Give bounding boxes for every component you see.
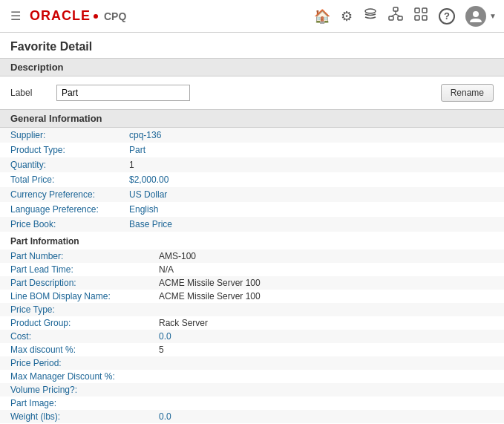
svg-point-0 <box>365 9 376 13</box>
part-field-label: Volume Pricing?: <box>0 383 148 397</box>
part-field-label: Price Type: <box>0 303 148 316</box>
table-row: Currency Preference:US Dollar <box>0 187 504 202</box>
part-field-value: N/A <box>148 263 504 276</box>
user-menu[interactable]: ▼ <box>465 6 497 27</box>
part-field-value: 5 <box>148 343 504 356</box>
table-row: Part Description:ACME Missile Server 100 <box>0 276 504 290</box>
part-field-value: Rack Server <box>148 316 504 330</box>
cpq-logo-text: CPQ <box>104 10 126 22</box>
field-value: Base Price <box>119 217 504 232</box>
table-row: Max discount %:5 <box>0 343 504 356</box>
table-row: Part Image: <box>0 397 504 410</box>
field-label: Supplier: <box>0 128 119 143</box>
part-info-table: Part Number:AMS-100Part Lead Time:N/APar… <box>0 249 504 423</box>
part-field-value <box>148 397 504 410</box>
general-info-table: Supplier:cpq-136Product Type:PartQuantit… <box>0 128 504 232</box>
general-info-section-header: General Information <box>0 109 504 128</box>
table-row: Language Preference:English <box>0 202 504 217</box>
table-row: Weight (lbs):0.0 <box>0 410 504 423</box>
part-field-value <box>148 356 504 370</box>
svg-rect-8 <box>422 8 427 13</box>
part-field-label: Price Period: <box>0 356 148 370</box>
network-icon[interactable] <box>388 7 403 25</box>
table-row: Product Group:Rack Server <box>0 316 504 330</box>
svg-rect-9 <box>415 16 419 20</box>
layers-icon[interactable] <box>363 7 378 25</box>
part-field-label: Cost: <box>0 330 148 343</box>
field-value: Part <box>119 143 504 157</box>
rename-button[interactable]: Rename <box>441 84 494 102</box>
part-field-value <box>148 370 504 383</box>
nav-icons: 🏠 ⚙ <box>314 6 497 27</box>
part-field-value: ACME Missile Server 100 <box>148 276 504 290</box>
field-value: US Dollar <box>119 187 504 202</box>
description-section-header: Description <box>0 58 504 76</box>
table-row: Total Price:$2,000.00 <box>0 172 504 187</box>
table-row: Quantity:1 <box>0 157 504 172</box>
field-value: $2,000.00 <box>119 172 504 187</box>
part-field-label: Line BOM Display Name: <box>0 290 148 303</box>
field-label: Currency Preference: <box>0 187 119 202</box>
svg-rect-3 <box>398 16 402 20</box>
table-row: Max Manager Discount %: <box>0 370 504 383</box>
top-nav: ☰ ORACLE CPQ 🏠 ⚙ <box>0 0 504 33</box>
main-content: Favorite Detail Description Label Rename… <box>0 33 504 424</box>
table-row: Supplier:cpq-136 <box>0 128 504 143</box>
part-field-label: Part Lead Time: <box>0 263 148 276</box>
part-field-value: AMS-100 <box>148 249 504 263</box>
user-avatar <box>465 6 486 27</box>
part-field-label: Part Image: <box>0 397 148 410</box>
home-icon[interactable]: 🏠 <box>314 8 330 25</box>
field-value: cpq-136 <box>119 128 504 143</box>
part-field-label: Max discount %: <box>0 343 148 356</box>
svg-rect-10 <box>422 16 427 20</box>
page-title: Favorite Detail <box>0 33 504 58</box>
part-field-label: Weight (lbs): <box>0 410 148 423</box>
svg-point-11 <box>473 11 479 17</box>
logo: ORACLE CPQ <box>30 8 126 24</box>
field-label: Quantity: <box>0 157 119 172</box>
svg-rect-2 <box>389 16 393 20</box>
field-label: Language Preference: <box>0 202 119 217</box>
part-field-label: Part Number: <box>0 249 148 263</box>
table-row: Cost:0.0 <box>0 330 504 343</box>
field-value: English <box>119 202 504 217</box>
oracle-dot <box>94 14 98 19</box>
table-row: Price Period: <box>0 356 504 370</box>
field-label: Total Price: <box>0 172 119 187</box>
description-section: Label Rename <box>0 76 504 109</box>
table-row: Volume Pricing?: <box>0 383 504 397</box>
table-row: Part Number:AMS-100 <box>0 249 504 263</box>
user-caret-icon: ▼ <box>489 12 497 20</box>
part-info-title: Part Information <box>10 236 494 247</box>
part-field-label: Part Description: <box>0 276 148 290</box>
svg-rect-1 <box>393 7 398 11</box>
svg-rect-7 <box>415 8 419 13</box>
label-input[interactable] <box>56 85 190 101</box>
gear-icon[interactable]: ⚙ <box>341 8 353 25</box>
table-row: Price Type: <box>0 303 504 316</box>
field-label: Price Book: <box>0 217 119 232</box>
grid-icon[interactable] <box>413 7 428 25</box>
part-field-value <box>148 383 504 397</box>
label-field-label: Label <box>10 88 48 98</box>
part-field-value: 0.0 <box>148 330 504 343</box>
hamburger-icon[interactable]: ☰ <box>7 6 24 26</box>
field-value: 1 <box>119 157 504 172</box>
part-info-section: Part Information <box>0 232 504 249</box>
table-row: Product Type:Part <box>0 143 504 157</box>
part-field-label: Product Group: <box>0 316 148 330</box>
part-field-label: Max Manager Discount %: <box>0 370 148 383</box>
part-field-value: ACME Missile Server 100 <box>148 290 504 303</box>
part-field-value: 0.0 <box>148 410 504 423</box>
part-field-value <box>148 303 504 316</box>
help-icon[interactable]: ? <box>439 8 455 25</box>
field-label: Product Type: <box>0 143 119 157</box>
table-row: Line BOM Display Name:ACME Missile Serve… <box>0 290 504 303</box>
oracle-logo-text: ORACLE <box>30 8 91 24</box>
table-row: Price Book:Base Price <box>0 217 504 232</box>
table-row: Part Lead Time:N/A <box>0 263 504 276</box>
